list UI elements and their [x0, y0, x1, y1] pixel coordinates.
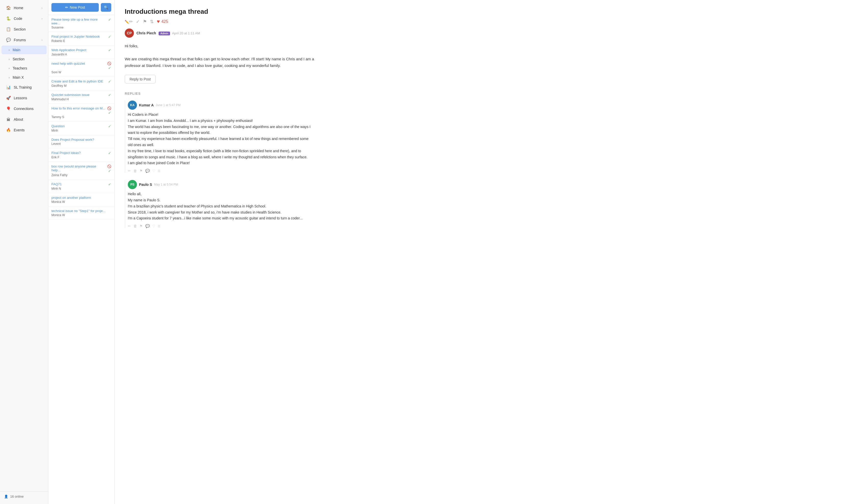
- sidebar-item-label: Main X: [13, 75, 43, 79]
- sidebar-item-main[interactable]: › Main: [1, 45, 46, 54]
- check-icon: ✓: [108, 66, 111, 70]
- post-title: Please keep site up a few more wee...: [51, 18, 108, 25]
- reply-speech-icon[interactable]: 💬: [145, 224, 150, 228]
- sidebar-item-teachers[interactable]: › Teachers: [1, 64, 46, 73]
- check-icon: ✓: [108, 111, 111, 115]
- sidebar-item-label: Main: [13, 48, 43, 52]
- post-author: Jasvanthi A: [51, 53, 111, 56]
- reply-flag-icon[interactable]: ⚑: [139, 224, 143, 228]
- reply-actions: ✏ 🗑 ⚑ 💬 ♡ 0: [128, 224, 857, 228]
- sidebar-item-label: SL Training: [14, 85, 43, 89]
- sidebar-item-connections[interactable]: Connections: [1, 104, 46, 114]
- post-item[interactable]: Please keep site up a few more wee... ✓ …: [49, 15, 114, 32]
- arrow-icon: ›: [9, 49, 10, 51]
- sidebar-item-section-top[interactable]: Section: [1, 24, 46, 34]
- sidebar-item-label: Code: [14, 17, 39, 21]
- search-button[interactable]: 🔍: [101, 3, 111, 12]
- updown-thread-icon[interactable]: ⇅: [150, 19, 154, 24]
- post-title: project on another platform: [51, 196, 111, 200]
- post-item[interactable]: need help with quizzlet 🚫 ✓ Soni W: [49, 59, 114, 77]
- thread-date: April 20 at 1:11 AM: [172, 31, 200, 35]
- sidebar-footer: 👤 16 online: [0, 491, 48, 502]
- reply-flag-icon[interactable]: ⚑: [139, 169, 143, 173]
- thread-body: Hi folks,We are creating this mega threa…: [125, 43, 318, 69]
- author-avatar: CP: [125, 29, 134, 38]
- post-item[interactable]: box row (would anyone please help... 🚫 ✓…: [49, 162, 114, 180]
- post-author: Minh N: [51, 187, 111, 190]
- reply-count: 0: [158, 169, 160, 173]
- reply-trash-icon[interactable]: 🗑: [133, 224, 137, 228]
- sidebar-item-home[interactable]: Home ›: [1, 3, 46, 13]
- new-post-label: New Post: [70, 6, 85, 9]
- main-content: Introductions mega thread ✏ ✓ ⚑ ⇅ ♥ 425 …: [115, 0, 867, 504]
- sidebar-item-label: About: [14, 117, 43, 121]
- post-status-icons: ✓: [108, 182, 111, 186]
- post-item[interactable]: Quizzlet submission issue ✓ Mahmudul H: [49, 90, 114, 104]
- check-icon: ✓: [108, 48, 111, 52]
- post-status-icons: ✓: [108, 35, 111, 39]
- post-item[interactable]: Final project in Jupyter Notebook ✓ Robe…: [49, 32, 114, 45]
- post-title: Question: [51, 124, 108, 128]
- sidebar-item-code[interactable]: Code ›: [1, 13, 46, 24]
- post-item[interactable]: project on another platform Monica W: [49, 193, 114, 206]
- reply-to-post-button[interactable]: Reply to Post: [125, 75, 156, 84]
- new-post-button[interactable]: ✏ New Post: [51, 3, 99, 12]
- chevron-icon: ›: [42, 17, 43, 20]
- post-author: Susanne: [51, 26, 111, 29]
- post-status-icons: ✓: [108, 151, 111, 155]
- post-status-icons: 🚫 ✓: [107, 106, 111, 115]
- post-title: need help with quizzlet: [51, 62, 107, 65]
- sidebar-item-about[interactable]: About: [1, 114, 46, 125]
- sidebar-item-main-x[interactable]: › Main X: [1, 73, 46, 82]
- online-count: 16 online: [10, 495, 24, 498]
- post-item[interactable]: Does Project Proposal work? Levent: [49, 135, 114, 148]
- post-author: Tammy S: [51, 115, 111, 119]
- sidebar-item-sl-training[interactable]: SL Training: [1, 82, 46, 93]
- post-item[interactable]: Final Project Ideas? ✓ Erik F: [49, 148, 114, 162]
- post-title: FAQ71: [51, 182, 108, 186]
- post-author: Minh: [51, 129, 111, 132]
- reply-edit-icon[interactable]: ✏: [128, 224, 131, 228]
- hidden-icon: 🚫: [107, 164, 111, 168]
- reply-author-row: KA Kumar A June 1 at 5:47 PM: [128, 100, 857, 110]
- sidebar-item-forums[interactable]: Forums ›: [1, 35, 46, 45]
- reply-heart-icon[interactable]: ♡: [152, 169, 156, 173]
- edit-thread-icon[interactable]: ✏: [125, 19, 133, 24]
- post-item[interactable]: technical issue no "Step1" for proje... …: [49, 206, 114, 220]
- post-item[interactable]: How to fix this error message on M... 🚫 …: [49, 104, 114, 122]
- reply-edit-icon[interactable]: ✏: [128, 169, 131, 173]
- post-item[interactable]: Create and Edit a file in python IDE ✓ G…: [49, 77, 114, 90]
- replies-container: KA Kumar A June 1 at 5:47 PM Hi Coders i…: [125, 100, 857, 228]
- reply-author-name: Kumar A: [139, 103, 154, 107]
- sidebar-item-label: Connections: [14, 107, 43, 111]
- post-author: Roberto E: [51, 39, 111, 43]
- flag-thread-icon[interactable]: ⚑: [143, 19, 147, 24]
- section-icon: [6, 26, 11, 32]
- heart-icon: ♥: [157, 19, 160, 24]
- check-thread-icon[interactable]: ✓: [136, 19, 140, 24]
- arrow-icon: ›: [9, 76, 10, 79]
- reply-body: Hello all,My name is Paulo S.I'm a brazi…: [128, 191, 311, 222]
- post-title: box row (would anyone please help...: [51, 164, 107, 172]
- sidebar-item-label: Events: [14, 128, 43, 132]
- sidebar-item-section[interactable]: › Section: [1, 55, 46, 63]
- reply-item: KA Kumar A June 1 at 5:47 PM Hi Coders i…: [125, 100, 857, 173]
- reply-trash-icon[interactable]: 🗑: [133, 169, 137, 173]
- post-item[interactable]: FAQ71 ✓ Minh N: [49, 180, 114, 193]
- post-item[interactable]: Question ✓ Minh: [49, 122, 114, 135]
- lessons-icon: [6, 95, 11, 101]
- sidebar-item-label: Section: [14, 27, 43, 31]
- post-list-header: ✏ New Post 🔍: [49, 0, 114, 15]
- check-icon: ✓: [108, 93, 111, 97]
- sidebar-item-lessons[interactable]: Lessons: [1, 93, 46, 103]
- post-item[interactable]: Web Application Project ✓ Jasvanthi A: [49, 45, 114, 59]
- reply-heart-icon[interactable]: ♡: [152, 224, 156, 228]
- reply-speech-icon[interactable]: 💬: [145, 169, 150, 173]
- avatar-initials: CP: [127, 31, 132, 35]
- post-list-items: Please keep site up a few more wee... ✓ …: [49, 15, 114, 504]
- post-status-icons: 🚫 ✓: [107, 164, 111, 173]
- replies-header: REPLIES: [125, 92, 857, 95]
- check-icon: ✓: [108, 151, 111, 155]
- sidebar-item-events[interactable]: Events: [1, 125, 46, 135]
- arrow-icon: ›: [9, 57, 10, 61]
